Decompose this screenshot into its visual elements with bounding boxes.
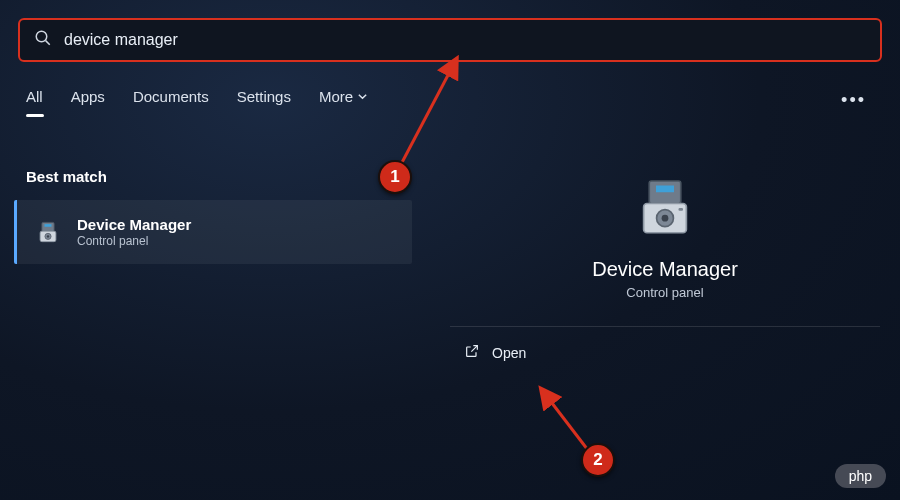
tab-more-label: More	[319, 88, 353, 105]
detail-title: Device Manager	[592, 258, 738, 281]
best-match-heading: Best match	[26, 168, 107, 185]
svg-rect-3	[45, 224, 52, 227]
detail-subtitle: Control panel	[626, 285, 703, 300]
tab-settings[interactable]: Settings	[237, 88, 291, 113]
svg-point-11	[662, 215, 669, 222]
tab-apps[interactable]: Apps	[71, 88, 105, 113]
filter-tabs: All Apps Documents Settings More	[26, 88, 368, 113]
search-result-subtitle: Control panel	[77, 234, 191, 248]
open-button[interactable]: Open	[464, 343, 526, 362]
search-result-text: Device Manager Control panel	[77, 216, 191, 248]
svg-line-13	[398, 60, 456, 170]
svg-point-0	[36, 31, 47, 42]
svg-line-1	[46, 41, 50, 45]
search-result-item[interactable]: Device Manager Control panel	[14, 200, 412, 264]
tab-documents[interactable]: Documents	[133, 88, 209, 113]
search-input[interactable]	[64, 31, 866, 49]
search-icon	[34, 29, 52, 51]
search-result-title: Device Manager	[77, 216, 191, 233]
result-detail-panel: Device Manager Control panel Open	[450, 160, 880, 480]
search-box[interactable]	[18, 18, 882, 62]
tab-more[interactable]: More	[319, 88, 368, 113]
svg-point-6	[47, 235, 49, 237]
open-label: Open	[492, 345, 526, 361]
divider	[450, 326, 880, 327]
annotation-badge-2: 2	[581, 443, 615, 477]
watermark: php	[835, 464, 886, 488]
annotation-badge-1: 1	[378, 160, 412, 194]
device-manager-icon	[33, 217, 63, 247]
tab-all[interactable]: All	[26, 88, 43, 113]
overflow-menu-button[interactable]: •••	[841, 90, 866, 111]
svg-rect-12	[679, 208, 684, 211]
svg-rect-8	[656, 186, 674, 193]
open-external-icon	[464, 343, 480, 362]
device-manager-large-icon	[629, 172, 701, 244]
chevron-down-icon	[357, 88, 368, 105]
